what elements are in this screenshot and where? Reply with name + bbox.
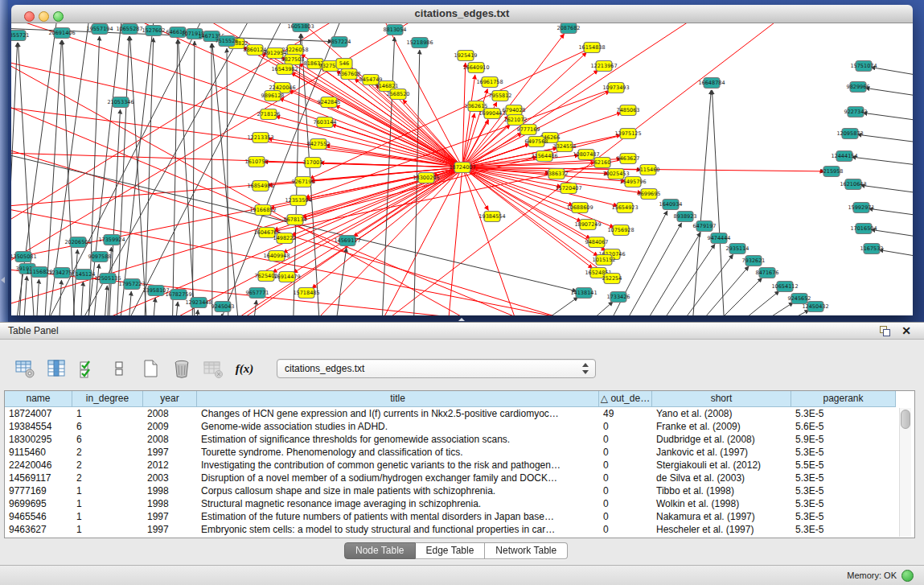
table-cell[interactable]: Stergiakouli et al. (2012) xyxy=(652,459,791,472)
graph-edge-red[interactable] xyxy=(446,167,462,315)
graph-node[interactable]: 1527602 xyxy=(142,26,166,36)
graph-node[interactable]: 20691406 xyxy=(48,28,75,39)
table-cell[interactable]: 0 xyxy=(599,484,652,497)
close-panel-icon[interactable]: ✕ xyxy=(901,324,911,337)
column-header-2[interactable]: year xyxy=(143,391,197,407)
table-cell[interactable]: 1998 xyxy=(143,497,197,510)
graph-node[interactable]: 13505081 xyxy=(11,252,37,262)
table-cell[interactable]: 2008 xyxy=(143,407,197,420)
table-cell[interactable]: 5.3E-5 xyxy=(791,472,896,484)
column-header-0[interactable]: name xyxy=(5,391,72,407)
table-cell[interactable]: Nakamura et al. (1997) xyxy=(652,510,791,523)
graph-node[interactable]: 16782759 xyxy=(165,290,191,300)
node-table[interactable]: namein_degreeyeartitle△ out_de…shortpage… xyxy=(4,390,915,538)
graph-node[interactable]: 16543982 xyxy=(271,64,298,75)
graph-node[interactable]: 9829966 xyxy=(847,82,870,93)
graph-node[interactable]: 9484067 xyxy=(585,237,609,248)
table-cell[interactable]: 1 xyxy=(72,484,143,497)
graph-node[interactable]: 2367608 xyxy=(338,69,361,80)
table-cell[interactable]: de Silva et al. (2003) xyxy=(652,472,791,484)
table-cell[interactable]: Tibbo et al. (1998) xyxy=(652,484,791,497)
table-cell[interactable]: Franke et al. (2009) xyxy=(652,420,791,433)
graph-node[interactable]: 7485063 xyxy=(617,105,640,116)
table-cell[interactable]: 1 xyxy=(72,523,143,536)
graph-edge[interactable] xyxy=(879,249,913,261)
graph-edge-red[interactable] xyxy=(365,167,462,315)
graph-edge[interactable] xyxy=(871,229,913,241)
graph-node[interactable]: 317003 xyxy=(303,158,323,168)
scrollbar-thumb[interactable] xyxy=(901,410,910,429)
graph-edge[interactable] xyxy=(320,163,462,167)
graph-edge[interactable] xyxy=(195,310,198,315)
graph-edge-red[interactable] xyxy=(462,167,526,315)
table-cell[interactable]: Tourette syndrome. Phenomenology and cla… xyxy=(197,446,599,459)
graph-edge[interactable] xyxy=(103,286,107,315)
graph-node[interactable]: 1145124 xyxy=(72,270,96,280)
graph-node[interactable]: 12444154 xyxy=(831,151,857,162)
network-window-titlebar[interactable]: citations_edges.txt xyxy=(11,5,913,23)
left-panel-collapse-arrow-icon[interactable] xyxy=(1,277,5,283)
rows-icon[interactable] xyxy=(109,358,129,379)
table-cell[interactable]: 5.3E-5 xyxy=(791,484,896,497)
graph-edge[interactable] xyxy=(871,68,913,80)
table-cell[interactable]: Investigating the contribution of common… xyxy=(197,459,599,472)
table-cell[interactable]: 1997 xyxy=(143,446,197,459)
graph-node[interactable]: 7932621 xyxy=(742,256,766,266)
table-cell[interactable]: 9699695 xyxy=(5,497,72,510)
graph-edge[interactable] xyxy=(144,38,154,315)
graph-node[interactable]: 7603144 xyxy=(314,117,337,128)
delete-column-trash-icon[interactable] xyxy=(171,358,192,379)
column-header-1[interactable]: in_degree xyxy=(72,391,143,407)
graph-node[interactable]: 2568520 xyxy=(387,89,410,100)
table-cell[interactable]: Structural magnetic resonance image aver… xyxy=(197,497,599,510)
graph-node[interactable]: 12095873 xyxy=(836,129,863,139)
graph-node[interactable]: 1610755 xyxy=(245,157,269,167)
column-header-4[interactable]: △ out_de… xyxy=(599,391,652,407)
table-cell[interactable]: 2003 xyxy=(143,472,197,484)
table-header-row[interactable]: namein_degreeyeartitle△ out_de…shortpage… xyxy=(5,391,914,407)
table-cell[interactable]: 1998 xyxy=(143,484,197,497)
graph-edge[interactable] xyxy=(174,302,178,315)
graph-node[interactable]: 10756928 xyxy=(607,225,634,236)
table-cell[interactable]: Hescheler et al. (1997) xyxy=(652,523,791,536)
table-cell[interactable]: Wolkin et al. (1998) xyxy=(652,497,791,510)
table-cell[interactable]: 1 xyxy=(72,510,143,523)
graph-node[interactable]: 9777169 xyxy=(517,125,540,135)
graph-node[interactable]: 1640934 xyxy=(659,200,683,210)
graph-edge[interactable] xyxy=(192,41,195,315)
graph-edge[interactable] xyxy=(151,298,155,315)
graph-node[interactable]: 12450432 xyxy=(802,302,828,312)
table-cell[interactable]: 0 xyxy=(599,510,652,523)
graph-edge[interactable] xyxy=(852,157,913,168)
graph-edge[interactable] xyxy=(681,266,749,315)
column-header-6[interactable]: pagerank xyxy=(791,391,896,407)
graph-edge[interactable] xyxy=(354,167,462,237)
graph-node[interactable]: 1621072 xyxy=(504,115,528,126)
table-cell[interactable]: 5.9E-5 xyxy=(791,433,896,446)
graph-node[interactable]: 9474444 xyxy=(708,233,731,244)
graph-node[interactable]: 15718485 xyxy=(293,288,319,299)
table-mode-icon[interactable] xyxy=(14,358,35,379)
table-cell[interactable]: 6 xyxy=(72,433,143,446)
graph-node[interactable]: 8471676 xyxy=(756,268,779,278)
table-cell[interactable]: 9465546 xyxy=(5,510,72,523)
graph-edge[interactable] xyxy=(462,63,466,167)
graph-node[interactable]: 6479197 xyxy=(693,221,717,232)
graph-node[interactable]: 6497568 xyxy=(525,137,548,147)
table-cell[interactable]: Embryonic stem cells: a model to study s… xyxy=(197,523,599,536)
graph-edge[interactable] xyxy=(691,90,711,315)
function-builder-icon[interactable]: f(x) xyxy=(234,358,255,379)
graph-node[interactable]: 546 xyxy=(336,59,352,69)
table-cell[interactable]: 14569117 xyxy=(5,472,72,484)
graph-node[interactable]: 12213353 xyxy=(247,133,273,143)
graph-edge[interactable] xyxy=(863,113,913,124)
graph-node[interactable]: 62160 xyxy=(594,158,611,168)
graph-node[interactable]: 16053803 xyxy=(287,23,314,32)
table-row[interactable]: 911546021997Tourette syndrome. Phenomeno… xyxy=(5,446,914,459)
graph-node[interactable]: 16210643 xyxy=(840,179,866,190)
graph-node[interactable]: 12213967 xyxy=(590,61,617,72)
table-selector-dropdown[interactable]: citations_edges.txt xyxy=(277,359,596,378)
graph-edge-black[interactable] xyxy=(116,23,156,315)
table-cell[interactable]: 5.3E-5 xyxy=(791,523,896,536)
graph-edge[interactable] xyxy=(665,254,733,315)
